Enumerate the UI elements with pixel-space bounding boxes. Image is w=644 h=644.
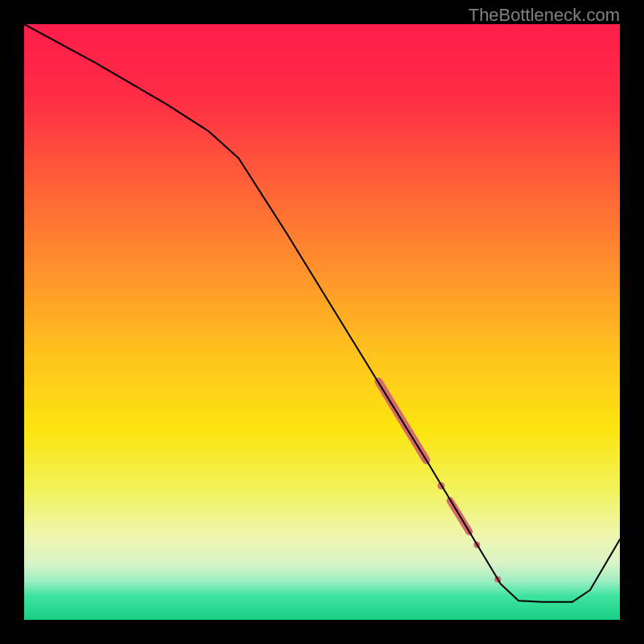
bottleneck-curve (24, 24, 620, 602)
plot-area (24, 24, 620, 620)
watermark-text: TheBottleneck.com (469, 5, 620, 26)
chart-lines (24, 24, 620, 620)
chart-container: TheBottleneck.com (0, 0, 644, 644)
